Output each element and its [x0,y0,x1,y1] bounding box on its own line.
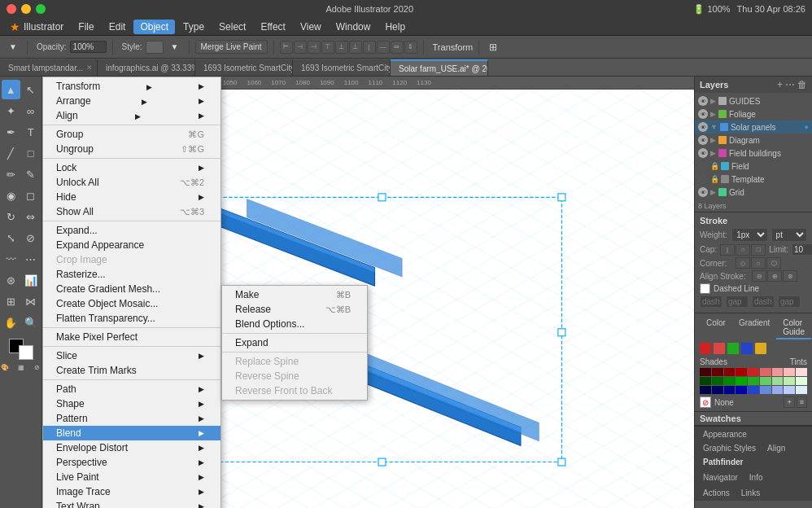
dashed-line-checkbox[interactable] [700,283,710,294]
zoom-tool[interactable]: 🔍 [22,313,41,332]
gap1-input[interactable] [726,296,749,308]
layer-eye-foliage[interactable]: 👁 [698,109,708,119]
menu-perspective[interactable]: Perspective [43,455,220,470]
blend-release[interactable]: Release ⌥⌘B [222,302,367,317]
color-tab-gradient[interactable]: Gradient [732,317,776,339]
layer-eye-guides[interactable]: 👁 [698,96,708,106]
layer-item-foliage[interactable]: 👁 ▶ Foliage [695,107,812,120]
maximize-button[interactable] [36,4,46,14]
style-dropdown[interactable]: ▼ [167,41,183,53]
tab-3[interactable]: 1693 Isometric SmartCity grid_USE THIS.a… [293,59,391,76]
shade-00[interactable] [700,368,711,376]
blend-make[interactable]: Make ⌘B [222,287,367,302]
stroke-unit-select[interactable]: ptpx [771,228,807,242]
menu-path[interactable]: Path [43,382,220,396]
menu-live-paint[interactable]: Live Paint [43,470,220,484]
menu-text-wrap[interactable]: Text Wrap [43,499,220,508]
menu-file[interactable]: File [72,20,100,34]
shade-04[interactable] [748,368,759,376]
panel-options-btn[interactable]: ≡ [797,396,807,408]
dash2-input[interactable] [752,296,775,308]
tab-info[interactable]: Info [744,471,768,484]
menu-illustrator[interactable]: ★ Illustrator [3,19,70,35]
corner-miter-btn[interactable]: ◇ [736,257,750,269]
menu-edit[interactable]: Edit [103,20,133,34]
swatch-red[interactable] [700,343,711,354]
tab-actions[interactable]: Actions [698,487,735,499]
stroke-limit-input[interactable] [792,243,812,256]
tint-13[interactable] [772,377,784,385]
gap2-input[interactable] [778,296,801,308]
shade-02[interactable] [724,368,736,376]
menu-hide[interactable]: Hide [43,190,220,204]
menu-image-trace[interactable]: Image Trace [43,484,220,499]
menu-transform[interactable]: Transform [43,79,220,94]
tab-0[interactable]: Smart lampstandar... ✕ [0,59,98,76]
pen-tool[interactable]: ✒ [2,122,20,142]
menu-lock[interactable]: Lock [43,160,220,175]
distribute-vertical-spacing-icon[interactable]: ⇕ [404,41,417,54]
style-selector[interactable] [146,41,164,54]
tint-01[interactable] [796,368,807,376]
distribute-v-icon[interactable]: — [377,41,390,54]
swatch-yellow[interactable] [755,343,766,354]
layer-eye-grid[interactable]: 👁 [698,187,708,197]
align-center-stroke-btn[interactable]: ⊖ [752,270,766,282]
color-icon[interactable]: 🎨 [0,361,12,373]
menu-align[interactable]: Align [43,108,220,123]
swatch-blue[interactable] [741,343,753,354]
color-tab-guide[interactable]: Color Guide [776,317,811,339]
layer-item-diagram[interactable]: 👁 ▶ Diagram [695,134,812,147]
shade-14[interactable] [748,377,759,385]
pencil-tool[interactable]: ✎ [22,164,41,184]
tab-links[interactable]: Links [736,487,765,499]
menu-expand-appearance[interactable]: Expand Appearance [43,238,220,252]
tab-4[interactable]: Solar farm_USE.ai* @ 260.86% (RGB/Previe… [391,59,488,76]
align-center-v-icon[interactable]: ⊥ [335,41,348,54]
shade-23[interactable] [736,386,747,394]
distribute-spacing-icon[interactable]: ⇔ [391,41,404,54]
gradient-icon[interactable]: ▦ [14,361,28,373]
shape-tool[interactable]: □ [22,143,41,163]
tab-2[interactable]: 1693 Isometric SmartCity grid.ai* @ 49.6… [195,59,293,76]
dash1-input[interactable] [700,296,723,308]
layer-item-template[interactable]: 🔒 Template [695,173,812,186]
tab-navigator[interactable]: Navigator [698,471,743,484]
paintbrush-tool[interactable]: ✏ [2,164,20,184]
lasso-tool[interactable]: ∞ [22,101,41,120]
layer-item-field[interactable]: 🔒 Field [695,160,812,173]
symbol-sprayer-tool[interactable]: ⊛ [2,270,20,290]
align-right-icon[interactable]: ⊣ [308,41,321,54]
tint-03[interactable] [772,368,784,376]
shade-12[interactable] [724,377,736,385]
shade-03[interactable] [736,368,747,376]
menu-help[interactable]: Help [378,20,412,34]
menu-shape[interactable]: Shape [43,396,220,411]
align-center-h-icon[interactable]: ⊣ [294,41,307,54]
hand-tool[interactable]: ✋ [2,313,20,332]
rotate-tool[interactable]: ↻ [2,207,20,226]
menu-create-trim-marks[interactable]: Create Trim Marks [43,363,220,378]
none-swatch[interactable]: ⊘ [700,396,711,408]
menu-create-gradient-mesh[interactable]: Create Gradient Mesh... [43,282,220,296]
menu-arrange[interactable]: Arrange [43,94,220,108]
cap-butt-btn[interactable]: | [720,244,735,256]
menu-rasterize[interactable]: Rasterize... [43,267,220,282]
menu-pattern[interactable]: Pattern [43,411,220,426]
add-swatch-btn[interactable]: + [784,396,794,408]
menu-flatten-transparency[interactable]: Flatten Transparency... [43,311,220,326]
menu-group[interactable]: Group ⌘G [43,127,220,142]
align-inside-stroke-btn[interactable]: ⊕ [767,270,782,282]
layer-eye-template[interactable] [698,174,708,184]
artboard-tool[interactable]: ⊞ [2,291,20,311]
layer-item-field-buildings[interactable]: 👁 ▶ Field buildings [695,147,812,160]
layers-new-btn[interactable]: + [777,79,783,90]
shade-01[interactable] [712,368,723,376]
tint-11[interactable] [796,377,807,385]
line-tool[interactable]: ╱ [2,143,20,163]
layer-item-grid[interactable]: 👁 ▶ Grid [695,186,812,199]
menu-window[interactable]: Window [330,20,378,34]
cap-round-btn[interactable]: ○ [736,244,750,256]
opacity-input[interactable] [70,41,107,53]
menu-object[interactable]: Object [133,20,175,34]
